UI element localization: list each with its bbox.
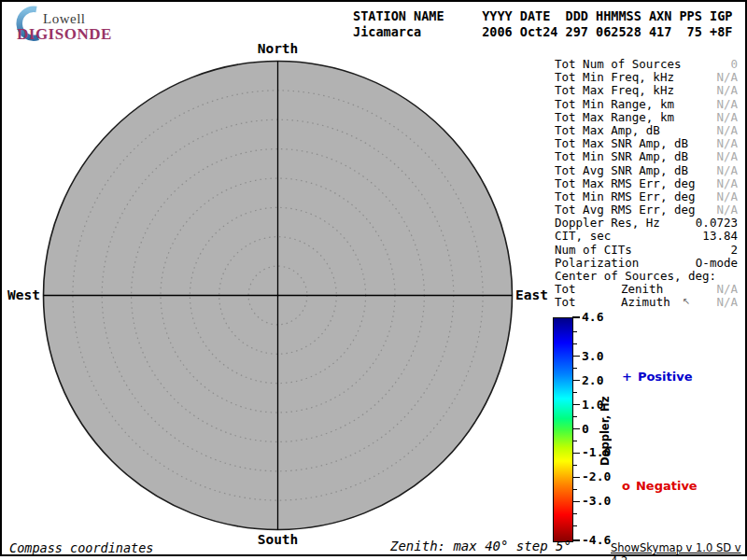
stat-row: Center of Sources, deg: [555, 269, 738, 282]
coordinate-system-label: Compass coordinates [9, 540, 153, 555]
colorbar-major-tick [572, 356, 580, 357]
legend-positive-label: Positive [638, 370, 693, 384]
stat-row: Tot Avg RMS Err, degN/A [555, 203, 738, 216]
stat-value: N/A [716, 295, 738, 308]
stat-sublabel: Zenith [621, 282, 663, 296]
colorbar-tick-label: 0 [582, 422, 589, 436]
colorbar-minor-tick [572, 441, 577, 441]
stat-label: Tot Max SNR Amp, dB [555, 136, 688, 149]
colorbar-major-tick [572, 316, 580, 317]
zenith-range-label: Zenith: max 40° step 5° [390, 539, 571, 553]
stat-label: Tot Avg SNR Amp, dB [555, 163, 688, 176]
stat-value: 0 [730, 57, 738, 70]
stat-value: N/A [716, 203, 738, 216]
stat-row: Tot Max SNR Amp, dBN/A [555, 136, 738, 149]
colorbar-minor-tick [572, 489, 577, 490]
plus-marker-icon: + [622, 370, 632, 384]
stat-label: Center of Sources, deg: [555, 269, 716, 282]
colorbar-minor-tick [572, 368, 577, 369]
stat-label: Tot Num of Sources [555, 57, 681, 70]
stat-row: Doppler Res, Hz0.0723 [555, 216, 738, 229]
compass-label-north: North [240, 41, 316, 56]
stat-value: N/A [716, 189, 738, 203]
stat-row: Tot Max Range, kmN/A [555, 110, 738, 123]
colorbar-major-tick [572, 501, 580, 502]
colorbar-tick-label: -3.0 [582, 494, 611, 508]
colorbar-minor-tick [572, 343, 577, 344]
header-column-titles: STATION NAME YYYY DATE DDD HHMMSS AXN PP… [353, 8, 732, 23]
legend-positive: +Positive [622, 370, 693, 384]
stat-value: N/A [716, 176, 738, 189]
stat-value: N/A [716, 83, 738, 96]
stat-row: CIT, sec13.84 [555, 229, 738, 242]
stat-row: TotAzimuth↖N/A [555, 295, 738, 308]
colorbar-minor-tick [572, 331, 577, 332]
stat-value: N/A [716, 136, 738, 149]
header-station-values: Jicamarca 2006 Oct24 297 062528 417 75 +… [353, 24, 732, 39]
mouse-cursor-icon: ↖ [683, 296, 690, 306]
stat-row: Tot Max RMS Err, degN/A [555, 176, 738, 189]
colorbar-minor-tick [572, 416, 577, 417]
colorbar-tick-label: 3.0 [582, 349, 603, 363]
stat-value: N/A [716, 97, 738, 110]
legend-negative: oNegative [622, 479, 698, 493]
stat-row: Tot Avg SNR Amp, dBN/A [555, 163, 738, 176]
stat-label: Polarization [555, 256, 639, 269]
logo-digisonde-text: DIGISONDE [17, 25, 112, 44]
stat-label: Tot Max Freq, kHz [555, 83, 674, 96]
compass-label-east: East [515, 287, 548, 302]
stat-value: N/A [716, 282, 738, 295]
colorbar-tick-label: 4.6 [582, 310, 603, 324]
colorbar-minor-tick [572, 513, 577, 514]
colorbar-minor-tick [572, 465, 577, 466]
colorbar-minor-tick [572, 392, 577, 393]
compass-label-west: West [0, 287, 40, 302]
stat-value: N/A [716, 110, 738, 123]
stat-value: 2 [730, 243, 738, 256]
stat-value: 0.0723 [696, 216, 738, 229]
colorbar-major-tick [572, 477, 580, 478]
stat-label: Tot Min SNR Amp, dB [555, 149, 688, 162]
stat-label: Tot Avg RMS Err, deg [555, 203, 696, 216]
stat-label: Tot Min Freq, kHz [555, 70, 674, 83]
stat-row: Tot Max Freq, kHzN/A [555, 83, 738, 96]
legend-negative-label: Negative [636, 479, 698, 493]
colorbar-major-tick [572, 428, 580, 429]
stat-value: 13.84 [702, 229, 738, 242]
stat-row: Tot Min Range, kmN/A [555, 97, 738, 110]
stat-row: Tot Num of Sources0 [555, 57, 738, 70]
stat-label: Tot Max Range, km [555, 110, 674, 123]
stat-value: N/A [716, 163, 738, 176]
colorbar-major-tick [572, 404, 580, 405]
stat-value: O-mode [696, 256, 738, 269]
stat-label: Tot [555, 282, 576, 295]
colorbar-tick-label: -4.6 [582, 533, 611, 547]
stat-label: Tot Min RMS Err, deg [555, 189, 696, 203]
doppler-colorbar [553, 317, 573, 542]
stat-label: CIT, sec [555, 229, 611, 242]
colorbar-major-tick [572, 453, 580, 454]
software-version-label: ShowSkymap v 1.0 SD v 4.2 [611, 541, 747, 560]
stat-label: Tot Min Range, km [555, 97, 674, 110]
stat-value: N/A [716, 149, 738, 162]
stat-label: Doppler Res, Hz [555, 216, 660, 229]
stat-label: Tot [555, 295, 576, 308]
stats-panel: Tot Num of Sources0 Tot Min Freq, kHzN/A… [555, 57, 738, 309]
colorbar-major-tick [572, 539, 580, 540]
stat-label: Num of CITs [555, 243, 632, 256]
stat-row: TotZenithN/A [555, 282, 738, 295]
stat-row: Tot Min SNR Amp, dBN/A [555, 149, 738, 162]
stat-value: N/A [716, 70, 738, 83]
compass-label-south: South [240, 532, 316, 547]
stat-row: Tot Min Freq, kHzN/A [555, 70, 738, 83]
colorbar-major-tick [572, 380, 580, 381]
stat-value: N/A [716, 123, 738, 136]
stat-row: Tot Max Amp, dBN/A [555, 123, 738, 136]
stat-label: Tot Max Amp, dB [555, 123, 660, 136]
lowell-digisonde-logo: Lowell DIGISONDE [7, 6, 120, 45]
stat-row: PolarizationO-mode [555, 256, 738, 269]
stat-label: Tot Max RMS Err, deg [555, 176, 696, 189]
skymap-polar-plot [42, 60, 514, 531]
stat-sublabel: Azimuth [621, 295, 670, 309]
stat-row: Num of CITs2 [555, 243, 738, 256]
